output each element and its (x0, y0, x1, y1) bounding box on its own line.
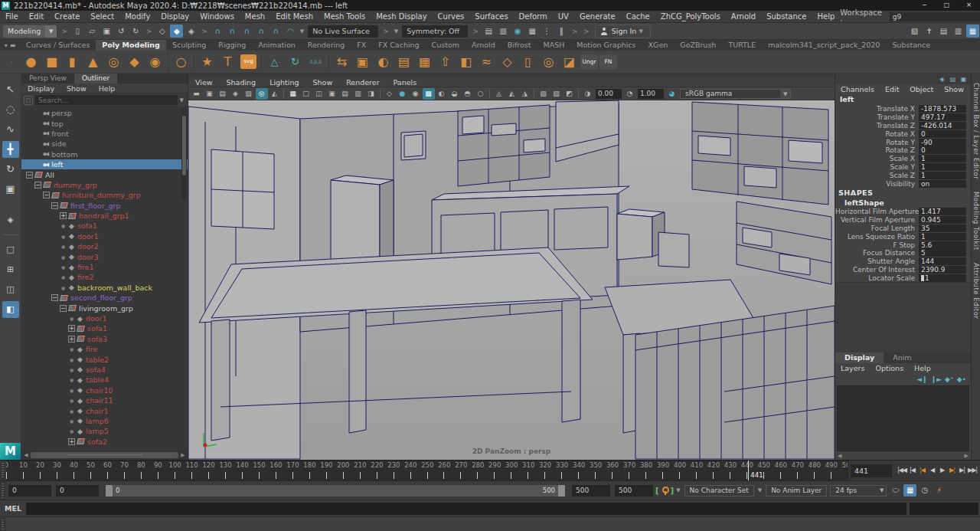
play-forwards-button[interactable]: ▶ (937, 464, 947, 477)
channelbox-menu-show[interactable]: Show (939, 84, 969, 94)
shelf-options-icon[interactable]: ◦ (2, 59, 21, 65)
open-scene-icon[interactable]: ▱ (86, 25, 99, 38)
exposure-field[interactable] (596, 89, 622, 99)
channel-box-toggle-icon[interactable]: ▦ (966, 25, 979, 38)
render-view-icon[interactable]: ▤ (482, 25, 495, 38)
rotate-tool[interactable]: ↻ (2, 161, 19, 178)
safe-action-icon[interactable]: ▥ (352, 88, 364, 100)
step-back-key-button[interactable]: ¦◀ (917, 464, 927, 477)
current-frame-field[interactable] (851, 464, 892, 477)
list-item-fire2[interactable]: ●◆fire2 (21, 272, 188, 282)
clip-editor-icon[interactable]: ▦ (903, 484, 916, 497)
extrude-icon[interactable]: ⇧ (436, 52, 455, 71)
scroll-thumb[interactable] (31, 452, 178, 458)
go-to-end-button[interactable]: ▶▶| (967, 464, 978, 477)
step-forward-frame-button[interactable]: ▶| (957, 464, 967, 477)
channel-value-field[interactable]: 1.417 (919, 208, 966, 215)
chevron-down-icon[interactable]: ▼ (756, 487, 764, 493)
expand-icon[interactable]: + (68, 325, 75, 332)
shelf-tab-rigging[interactable]: Rigging (212, 40, 252, 51)
snap-curve-icon[interactable]: ∩ (226, 25, 239, 38)
fill-hole-icon[interactable]: ▤ (394, 52, 413, 71)
section-grip[interactable]: > (198, 28, 211, 35)
list-item-chair1[interactable]: ●◆chair1 (21, 405, 188, 415)
menu-modify[interactable]: Modify (119, 11, 155, 23)
feedback-icon[interactable]: ⬭ (889, 484, 902, 497)
channel-value-field[interactable]: 0.945 (919, 216, 966, 224)
viewport-menu-view[interactable]: View (188, 77, 220, 87)
gate-mask-icon[interactable]: ▣ (326, 88, 338, 100)
playback-end-field[interactable] (572, 485, 610, 497)
fn-button[interactable]: FN (599, 54, 617, 69)
list-item-fire1[interactable]: ●◆fire1 (21, 262, 188, 272)
list-item-sofa1[interactable]: ●◆sofa1 (21, 221, 188, 231)
field-chart-icon[interactable]: ▤ (339, 88, 351, 100)
paint-select-tool[interactable]: ∿ (2, 121, 19, 138)
section-grip[interactable]: > (569, 28, 581, 35)
channel-value-field[interactable]: 1 (919, 155, 966, 162)
search-input[interactable] (35, 95, 178, 105)
construction-plane-icon[interactable]: △ (265, 52, 284, 71)
channel-value-field[interactable]: 497.17 (919, 113, 966, 121)
create-polygon-icon[interactable]: ★ (198, 52, 217, 71)
channel-object-name[interactable]: left (835, 94, 971, 105)
shelf-tab-fx[interactable]: FX (351, 40, 372, 51)
wheel-icon[interactable]: ◎ (539, 52, 558, 71)
select-component-icon[interactable]: ◈ (185, 25, 198, 38)
wireframe-icon[interactable]: ◇ (384, 88, 396, 100)
menu-mesh-display[interactable]: Mesh Display (371, 11, 432, 23)
menu-zhcg-polytools[interactable]: ZhCG_PolyTools (655, 11, 726, 23)
live-surface-field[interactable]: No Live Surface (308, 25, 378, 38)
scale-tool[interactable]: ▣ (2, 181, 19, 198)
make-live-icon[interactable]: ◠ (284, 25, 297, 38)
universal-manipulator-icon[interactable]: ◈ (2, 211, 19, 228)
layer-tab-display[interactable]: Display (835, 352, 884, 363)
list-item-sofa4[interactable]: ●◆sofa4 (21, 365, 188, 375)
viewport-menu-panels[interactable]: Panels (387, 77, 424, 87)
channel-value-field[interactable]: 1 (919, 163, 966, 171)
combine-icon[interactable]: ▣ (353, 52, 372, 71)
outliner-menu-show[interactable]: Show (60, 84, 93, 93)
workspace-select[interactable]: g9 (890, 12, 980, 21)
list-item-persp[interactable]: ▪◀persp (21, 108, 188, 118)
range-end-handle[interactable] (558, 485, 565, 497)
list-item-lamp6[interactable]: ●◆lamp6 (21, 416, 188, 426)
menu-create[interactable]: Create (49, 11, 85, 23)
list-item-left[interactable]: ▪◀left (21, 159, 188, 169)
cached-playback-icon[interactable]: ◷ (918, 484, 931, 497)
gamma-field[interactable] (638, 89, 664, 99)
layout-two-pane[interactable]: ◫ (2, 281, 19, 298)
menu-file[interactable]: File (0, 11, 24, 23)
animation-start-field[interactable] (8, 485, 51, 497)
animation-end-field[interactable] (615, 485, 653, 497)
title-bar[interactable]: M 221b220414.mb* - Autodesk Maya 2020.4:… (0, 0, 980, 11)
list-item-door3[interactable]: ●◆door3 (21, 251, 188, 261)
svg-tool-icon[interactable]: svg (240, 54, 256, 69)
channel-value-field[interactable]: 0 (919, 130, 966, 138)
shape-node-name[interactable]: leftShape (835, 198, 971, 208)
channel-value-field[interactable]: 1 (919, 233, 966, 241)
viewport-menu-lighting[interactable]: Lighting (263, 77, 305, 87)
poly-disc-icon[interactable]: ◉ (145, 52, 165, 71)
menu-cache[interactable]: Cache (621, 11, 655, 23)
layer-next-icon[interactable]: ❙► (931, 375, 942, 383)
layout-outliner-persp[interactable]: ◧ (2, 301, 19, 318)
shelf-tab-gozbrush[interactable]: GoZBrush (674, 40, 722, 51)
list-item-sofa1[interactable]: +sofa1 (21, 323, 188, 333)
move-tool[interactable]: ╋ (2, 141, 19, 158)
outliner-hscrollbar[interactable]: ◀ ▶ (21, 451, 188, 460)
layout-four-pane[interactable]: ⊞ (2, 261, 19, 278)
list-item-top[interactable]: ▪◀top (21, 118, 188, 128)
layer-list-scrollbar[interactable]: ◀ ▶ (835, 452, 971, 460)
poly-sphere-icon[interactable]: ● (21, 52, 41, 71)
layer-menu-help[interactable]: Help (909, 363, 936, 373)
color-management-icon[interactable]: ◕ (666, 88, 678, 100)
channelbox-menu-edit[interactable]: Edit (880, 84, 904, 94)
menu-substance[interactable]: Substance (761, 11, 812, 23)
shelf-tab-sculpting[interactable]: Sculpting (166, 40, 212, 51)
plugin-clip-icon[interactable]: ▨ (550, 88, 563, 100)
corner-bevel-icon[interactable]: ◪ (560, 52, 579, 71)
menu-windows[interactable]: Windows (194, 11, 240, 23)
outliner-tree[interactable]: ▪◀persp▪◀top▪◀front▪◀side▪◀bottom▪◀left−… (21, 107, 188, 451)
scroll-right-icon[interactable]: ▶ (180, 452, 186, 458)
